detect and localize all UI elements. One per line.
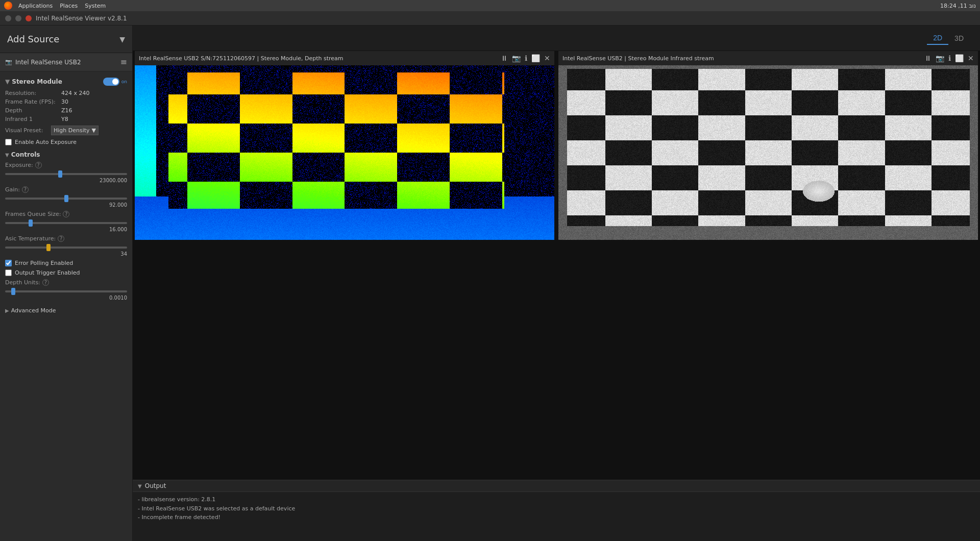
ir-stream-titlebar: Intel RealSense USB2 | Stereo Module Inf… (558, 51, 978, 65)
auto-exposure-checkbox[interactable] (5, 139, 12, 145)
output-trigger-label: Output Trigger Enabled (15, 269, 80, 276)
exposure-help-btn[interactable]: ? (35, 162, 42, 168)
device-menu-icon[interactable]: ≡ (120, 57, 127, 67)
error-polling-row[interactable]: Error Polling Enabled (5, 258, 127, 268)
gain-slider[interactable] (5, 198, 127, 200)
auto-exposure-label: Enable Auto Exposure (15, 139, 77, 145)
stereo-module-toggle[interactable] (103, 78, 119, 86)
streams-area: Intel RealSense USB2 S/N:725112060597 | … (133, 51, 980, 480)
output-title: Output (145, 482, 166, 489)
view-3d-button[interactable]: 3D (948, 32, 970, 44)
device-name-label: Intel RealSense USB2 (15, 59, 81, 66)
frames-slider[interactable] (5, 222, 127, 224)
add-source-dropdown-icon[interactable]: ▼ (119, 35, 125, 43)
exposure-slider[interactable] (5, 173, 127, 175)
output-trigger-row[interactable]: Output Trigger Enabled (5, 268, 127, 278)
app-titlebar: Intel RealSense Viewer v2.8.1 (0, 11, 980, 26)
view-2d-button[interactable]: 2D (927, 32, 948, 45)
advanced-mode-collapse-icon: ▶ (5, 308, 9, 313)
add-source-header[interactable]: Add Source ▼ (0, 26, 132, 53)
visual-preset-row: Visual Preset: High Density ▼ (5, 124, 127, 137)
output-trigger-checkbox[interactable] (5, 269, 12, 276)
asic-slider[interactable] (5, 247, 127, 249)
ir-camera-btn[interactable]: 📷 (936, 54, 944, 62)
depth-units-help-btn[interactable]: ? (42, 279, 49, 286)
firefox-icon (4, 2, 12, 10)
output-line-3: - Incomplete frame detected! (138, 513, 975, 522)
frames-slider-wrap[interactable] (5, 218, 127, 226)
resolution-label: Resolution: (5, 90, 61, 96)
ir-stream-title: Intel RealSense USB2 | Stereo Module Inf… (562, 55, 714, 62)
output-line-2: - Intel RealSense USB2 was selected as a… (138, 504, 975, 513)
depth-units-row: Depth Units: ? 0.0010 (5, 278, 127, 302)
depth-stream-titlebar: Intel RealSense USB2 S/N:725112060597 | … (135, 51, 554, 65)
asic-label-row: Asic Temperature: ? (5, 235, 127, 242)
depth-units-slider[interactable] (5, 290, 127, 292)
auto-exposure-row[interactable]: Enable Auto Exposure (5, 137, 127, 147)
gain-help-btn[interactable]: ? (22, 186, 29, 193)
error-polling-label: Error Polling Enabled (15, 260, 73, 266)
framerate-value: 30 (61, 99, 68, 105)
menu-places[interactable]: Places (57, 2, 81, 10)
asic-slider-wrap[interactable] (5, 243, 127, 250)
depth-pause-btn[interactable]: ⏸ (501, 54, 508, 62)
titlebar-dot-close[interactable] (26, 15, 32, 21)
advanced-mode-label: Advanced Mode (11, 307, 56, 314)
titlebar-dot-1[interactable] (5, 15, 11, 21)
depth-camera-btn[interactable]: 📷 (512, 54, 521, 62)
advanced-mode-toggle[interactable]: ▶ Advanced Mode (5, 304, 127, 317)
depth-expand-btn[interactable]: ⬜ (531, 54, 540, 62)
frames-help-btn[interactable]: ? (63, 211, 69, 217)
depth-stream-panel: Intel RealSense USB2 S/N:725112060597 | … (135, 51, 554, 240)
ir-pause-btn[interactable]: ⏸ (924, 54, 932, 62)
visual-preset-select[interactable]: High Density ▼ (51, 126, 99, 135)
ir-expand-btn[interactable]: ⬜ (955, 54, 964, 62)
stereo-module-header[interactable]: ▼ Stereo Module on (5, 75, 127, 89)
stereo-module-collapse-icon: ▼ (5, 78, 10, 85)
ir-stream-canvas (558, 65, 978, 240)
asic-label: Asic Temperature: (5, 235, 56, 242)
ir-close-btn[interactable]: ✕ (968, 54, 974, 62)
output-collapse-icon: ▼ (138, 483, 142, 489)
device-name: 📷 Intel RealSense USB2 (5, 59, 81, 66)
ir-info-btn[interactable]: ℹ (948, 54, 951, 62)
add-source-title: Add Source (7, 34, 59, 44)
depth-stream-title: Intel RealSense USB2 S/N:725112060597 | … (139, 55, 344, 62)
titlebar-dot-2[interactable] (15, 15, 21, 21)
ir-stream-controls: ⏸ 📷 ℹ ⬜ ✕ (924, 54, 974, 62)
output-line-1: - librealsense version: 2.8.1 (138, 495, 975, 504)
depth-stream-canvas (135, 65, 554, 240)
depth-stream-controls: ⏸ 📷 ℹ ⬜ ✕ (501, 54, 550, 62)
depth-units-label: Depth Units: (5, 279, 40, 286)
exposure-label: Exposure: (5, 162, 33, 168)
gain-slider-wrap[interactable] (5, 194, 127, 201)
toggle-on-label: on (121, 79, 127, 84)
gain-label-row: Gain: ? (5, 186, 127, 193)
depth-units-label-row: Depth Units: ? (5, 279, 127, 286)
asic-value: 34 (5, 251, 127, 257)
framerate-label: Frame Rate (FPS): (5, 99, 61, 105)
depth-label: Depth (5, 107, 61, 114)
app-title: Intel RealSense Viewer v2.8.1 (36, 15, 127, 22)
gain-slider-row: Gain: ? 92.000 (5, 185, 127, 209)
menu-system[interactable]: System (82, 2, 109, 10)
depth-units-value: 0.0010 (5, 295, 127, 301)
depth-info-btn[interactable]: ℹ (525, 54, 527, 62)
asic-help-btn[interactable]: ? (58, 235, 64, 242)
controls-header[interactable]: ▼ Controls (5, 149, 127, 160)
depth-close-btn[interactable]: ✕ (544, 54, 550, 62)
frames-slider-row: Frames Queue Size: ? 16.000 (5, 209, 127, 234)
exposure-slider-wrap[interactable] (5, 169, 127, 177)
resolution-value: 424 x 240 (61, 90, 90, 96)
depth-units-slider-wrap[interactable] (5, 287, 127, 294)
ir-stream-panel: Intel RealSense USB2 | Stereo Module Inf… (558, 51, 978, 240)
visual-preset-label: Visual Preset: (5, 127, 51, 134)
menu-applications[interactable]: Applications (15, 2, 56, 10)
error-polling-checkbox[interactable] (5, 260, 12, 266)
exposure-label-row: Exposure: ? (5, 162, 127, 168)
stereo-module-section: ▼ Stereo Module on Resolution: 424 x 240… (0, 71, 132, 320)
infrared-label: Infrared 1 (5, 116, 61, 122)
device-icon: 📷 (5, 59, 12, 65)
output-header[interactable]: ▼ Output (133, 480, 980, 492)
gain-label: Gain: (5, 186, 20, 193)
